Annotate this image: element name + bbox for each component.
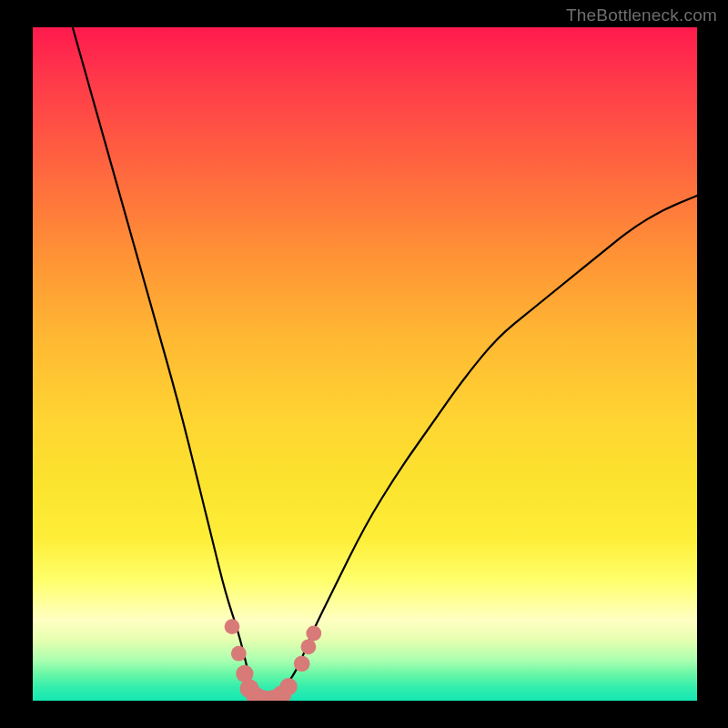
- marker-dot: [225, 619, 240, 634]
- marker-dot: [231, 646, 247, 662]
- marker-dot: [301, 639, 317, 654]
- marker-group: [225, 619, 322, 701]
- marker-dot: [294, 656, 310, 672]
- marker-dot: [280, 678, 298, 695]
- chart-frame: TheBottleneck.com: [0, 0, 728, 728]
- watermark-text: TheBottleneck.com: [566, 5, 717, 25]
- marker-dot: [306, 626, 321, 642]
- curve-svg: [33, 27, 697, 701]
- bottleneck-curve: [73, 27, 697, 701]
- plot-area: [33, 27, 697, 701]
